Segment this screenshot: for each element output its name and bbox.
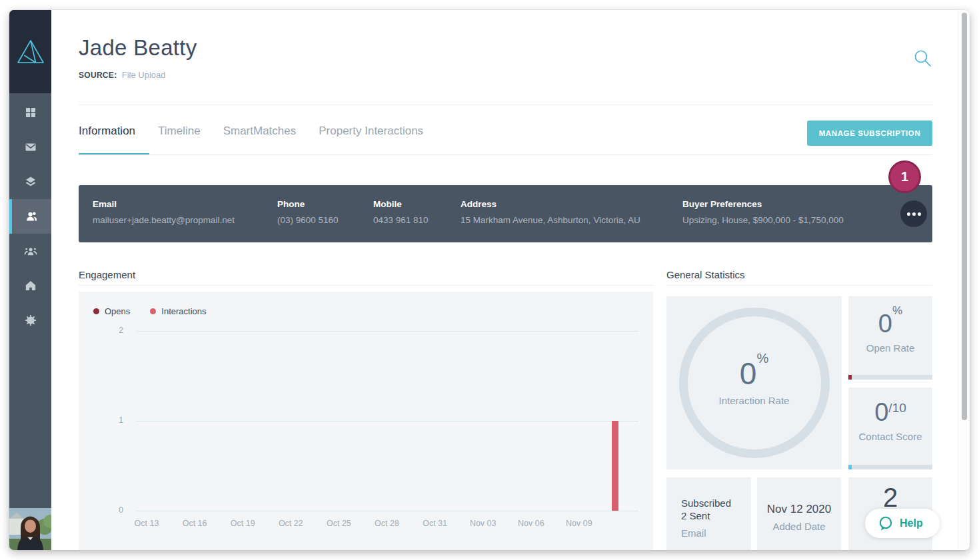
page-title: Jade Beatty [79, 35, 197, 61]
subscribed-line2: 2 Sent [681, 510, 751, 523]
contact-field-email: Emailmailuser+jade.beatty@propmail.net [93, 185, 277, 242]
chat-bubble-icon [878, 515, 894, 531]
search-icon [912, 48, 932, 68]
open-rate-label: Open Rate [866, 342, 915, 355]
x-axis-tick: Oct 13 [127, 519, 167, 528]
tabs-divider [79, 154, 932, 155]
contact-score-card: 0/10 Contact Score [848, 388, 932, 469]
ellipsis-icon [907, 212, 910, 216]
x-axis-tick: Oct 16 [175, 519, 215, 528]
x-axis-tick: Nov 09 [559, 519, 599, 528]
audience-group-icon [24, 244, 37, 258]
source-row: SOURCE: File Upload [79, 70, 166, 80]
help-button[interactable]: Help [865, 509, 940, 538]
notification-badge: 1 [888, 160, 921, 193]
contact-score-meter [848, 465, 932, 469]
open-rate-meter [848, 375, 932, 380]
interaction-rate-label: Interaction Rate [719, 394, 790, 408]
sidebar-item-campaigns[interactable] [9, 164, 51, 199]
engagement-plot: 210Oct 13Oct 16Oct 19Oct 22Oct 25Oct 28O… [79, 292, 653, 550]
gridline [137, 421, 638, 421]
main-content: Jade Beatty SOURCE: File Upload Informat… [51, 10, 958, 550]
engagement-chart: OpensInteractions 210Oct 13Oct 16Oct 19O… [79, 292, 653, 550]
contact-field-address: Address15 Markham Avenue, Ashburton, Vic… [461, 185, 682, 242]
contact-bar: Emailmailuser+jade.beatty@propmail.netPh… [79, 185, 932, 242]
subscribed-line1: Subscribed [681, 497, 751, 510]
sidebar [9, 10, 51, 550]
open-rate-value: 0% [878, 311, 902, 336]
interaction-rate-ring: 0% Interaction Rate [679, 308, 830, 458]
tab-timeline[interactable]: Timeline [158, 123, 201, 139]
sidebar-item-mail[interactable] [9, 130, 51, 164]
manage-subscription-button[interactable]: MANAGE SUBSCRIPTION [807, 121, 932, 146]
agent-photo [9, 508, 51, 550]
app-logo[interactable] [9, 10, 51, 93]
contact-bar-fields: Emailmailuser+jade.beatty@propmail.netPh… [79, 185, 932, 242]
mail-icon [24, 140, 37, 154]
sidebar-item-settings[interactable] [9, 303, 51, 338]
dashboard-grid-icon [24, 106, 37, 119]
app-window: Jade Beatty SOURCE: File Upload Informat… [9, 10, 970, 550]
contact-field-mobile: Mobile0433 961 810 [373, 185, 461, 242]
y-axis-tick: 0 [83, 505, 123, 515]
source-label: SOURCE: [79, 71, 117, 80]
engagement-title: Engagement [79, 269, 135, 280]
general-statistics-title: General Statistics [666, 269, 745, 280]
engagement-divider [79, 285, 653, 286]
home-icon [24, 279, 37, 292]
y-axis-tick: 2 [83, 326, 123, 335]
sidebar-item-dashboard[interactable] [9, 95, 51, 130]
scrollbar[interactable] [958, 10, 970, 550]
added-date-label: Added Date [757, 521, 841, 532]
sidebar-nav [9, 95, 51, 338]
scrollbar-thumb[interactable] [962, 13, 967, 420]
x-axis-tick: Nov 06 [511, 519, 551, 528]
added-date-card: Nov 12 2020 Added Date [757, 477, 841, 550]
x-axis-tick: Oct 31 [415, 519, 455, 528]
x-axis-tick: Oct 28 [367, 519, 407, 528]
contact-score-value: 0/10 [874, 400, 906, 425]
interaction-rate-card: 0% Interaction Rate [666, 296, 842, 469]
more-options-button[interactable] [900, 200, 927, 227]
layers-icon [24, 175, 37, 188]
y-axis-tick: 1 [83, 416, 123, 425]
subscribed-card: Subscribed 2 Sent Email [666, 477, 751, 550]
sidebar-item-properties[interactable] [9, 268, 51, 303]
contact-score-label: Contact Score [858, 430, 922, 443]
x-axis-tick: Oct 22 [271, 519, 311, 528]
added-date-value: Nov 12 2020 [757, 503, 841, 516]
sidebar-item-contacts[interactable] [9, 199, 51, 234]
user-avatar[interactable] [9, 508, 51, 550]
chart-bar [612, 421, 618, 511]
tab-smartmatches[interactable]: SmartMatches [223, 123, 297, 139]
tab-property-interactions[interactable]: Property Interactions [319, 123, 423, 139]
search-button[interactable] [912, 48, 932, 68]
sidebar-item-audience[interactable] [9, 234, 51, 268]
gridline [137, 331, 638, 332]
triangle-prism-logo-icon [16, 39, 45, 65]
tabs: Information Timeline SmartMatches Proper… [79, 123, 423, 139]
tab-information[interactable]: Information [79, 123, 135, 139]
source-value: File Upload [122, 70, 166, 80]
interaction-rate-value: 0% [740, 358, 768, 389]
x-axis-tick: Nov 03 [463, 519, 503, 528]
statistics-divider [666, 285, 932, 286]
x-axis-tick: Oct 25 [319, 519, 359, 528]
gridline [137, 511, 638, 511]
contact-field-buyer-preferences: Buyer PreferencesUpsizing, House, $900,0… [682, 185, 918, 242]
contacts-people-icon [25, 210, 39, 223]
header-divider [79, 105, 932, 105]
open-rate-card: 0% Open Rate [848, 296, 932, 380]
contact-field-phone: Phone(03) 9600 5160 [277, 185, 373, 242]
settings-gear-icon [24, 314, 37, 327]
x-axis-tick: Oct 19 [223, 519, 263, 528]
subscribed-label: Email [681, 527, 751, 539]
sent-value: 2 [848, 483, 932, 512]
